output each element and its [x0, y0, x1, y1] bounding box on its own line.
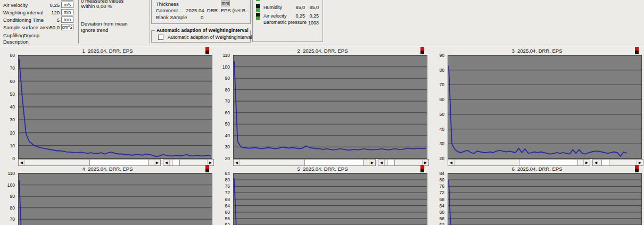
y-axis-tick-label: 80: [1, 205, 15, 211]
settings-panel: Air velocity0,25m/sWeighting interval120…: [0, 0, 644, 46]
field-value[interactable]: 50,0: [42, 24, 60, 30]
y-axis-tick-label: 60: [216, 210, 230, 215]
chart-panel-4: 4 2025.04. DRR. EPS203040506070809010011…: [1, 165, 214, 225]
y-axis-tick-label: 50: [216, 121, 230, 127]
blank-sample-label: Blank Sample: [156, 14, 187, 20]
env-value-actual: 85,0: [303, 5, 319, 10]
y-axis-tick-label: 30: [216, 144, 230, 149]
within-text: Within 0,00 %: [81, 3, 112, 9]
chart-title: 2 2025.04. DRR. EPS: [216, 48, 429, 54]
y-axis-tick-label: 84: [431, 171, 444, 176]
y-axis-tick-label: 80: [431, 177, 444, 182]
chart-title: 6 2025.04. DRR. EPS: [431, 166, 643, 172]
env-label: Air velocity: [263, 13, 287, 19]
status-traffic-light-icon: [420, 165, 424, 172]
indicator-black-icon: [256, 4, 260, 8]
y-axis-tick-label: 40: [1, 104, 15, 110]
y-axis-tick-label: 30: [1, 117, 15, 122]
env-value-actual: 0,25: [303, 13, 319, 19]
y-axis-tick-label: 100: [216, 64, 230, 70]
chart-panel-2: 2 2025.04. DRR. EPS203040506070809010011…: [216, 47, 429, 165]
chart-title: 3 2025.04. DRR. EPS: [431, 48, 643, 54]
auto-adaption-groupbox: Automatic adaption of Weightinginterval …: [151, 30, 251, 43]
unit-field[interactable]: m/s: [61, 2, 73, 8]
green-indicator-icon: [256, 0, 260, 1]
field-label: Weighting interval: [3, 10, 43, 15]
traffic-red-light: [205, 165, 209, 169]
y-axis-tick-label: 70: [216, 98, 230, 104]
field-label: Conditioning Time: [3, 17, 44, 23]
y-axis-tick-label: 50: [1, 91, 15, 97]
deviation-text: Deviation from mean: [81, 21, 128, 27]
traffic-red-light: [420, 165, 424, 169]
unit-field[interactable]: min: [61, 16, 73, 23]
y-axis-tick-label: 40: [431, 127, 444, 132]
chart-panel-5: 5 2025.04. DRR. EPS202428323640444852566…: [216, 165, 429, 225]
y-axis-tick-label: 90: [1, 194, 15, 199]
y-axis-tick-label: 20: [1, 130, 15, 136]
y-axis-tick-label: 60: [431, 97, 444, 102]
field-value[interactable]: 5: [42, 17, 60, 23]
traffic-black-light: [635, 51, 639, 54]
barometric-label: Barometric pressure: [263, 20, 291, 26]
thickness-label: Thickness: [156, 1, 179, 7]
unit-field[interactable]: min: [61, 9, 73, 15]
y-axis-tick-label: 70: [1, 65, 15, 71]
y-axis-tick-label: 90: [216, 76, 230, 81]
plot-area: [18, 173, 212, 225]
plot-area: [233, 173, 427, 225]
chart-panel-6: 6 2025.04. DRR. EPS202428323640444852566…: [431, 165, 643, 225]
blank-sample-value[interactable]: 0: [201, 14, 203, 20]
y-axis-tick-label: 90: [431, 53, 444, 58]
y-axis-tick-label: 64: [216, 203, 230, 209]
y-axis-tick-label: 20: [216, 156, 230, 161]
y-axis-tick-label: 56: [216, 216, 230, 221]
y-axis-tick-label: 80: [1, 53, 15, 58]
field-row-2: Conditioning Time5min: [0, 16, 75, 24]
traffic-black-light: [420, 51, 424, 54]
y-axis-tick-label: 68: [216, 197, 230, 202]
cupfilling-label: Cupfilling: [3, 32, 24, 38]
unit-box-partial[interactable]: [61, 0, 73, 1]
plot-area: [448, 173, 642, 225]
barometric-value: 1008: [303, 20, 319, 26]
description-label: Description: [3, 39, 29, 45]
y-axis-tick-label: 10: [1, 143, 15, 148]
plot-area: [233, 55, 427, 159]
indicator-black-icon: [256, 13, 260, 16]
field-value[interactable]: 120: [42, 10, 60, 15]
auto-adaption-checkbox-label: Automatic adaption of Weightinginterval: [168, 35, 252, 40]
status-traffic-light-icon: [635, 47, 639, 54]
y-axis-tick-label: 110: [216, 53, 230, 58]
drycup-label: Drycup: [23, 32, 39, 38]
status-traffic-light-icon: [420, 47, 424, 54]
chart-title: 5 2025.04. DRR. EPS: [216, 166, 429, 172]
status-traffic-light-icon: [205, 165, 209, 172]
y-axis-tick-label: 72: [431, 190, 444, 195]
status-traffic-light-icon: [635, 165, 639, 172]
unit-field[interactable]: cm^2: [61, 24, 73, 30]
traffic-red-light: [420, 47, 424, 51]
sample-info-box: Thickness mm Comment 2025.04. DRR. EPS (…: [151, 0, 251, 24]
traffic-red-light: [635, 165, 639, 169]
y-axis-tick-label: 64: [431, 203, 444, 209]
y-axis-tick-label: 70: [431, 82, 444, 87]
status-traffic-light-icon: [205, 47, 209, 54]
y-axis-tick-label: 60: [1, 79, 15, 84]
ignore-trend-text: Ignore trend: [81, 27, 108, 33]
y-axis-tick-label: 60: [216, 110, 230, 115]
chart-title: 1 2025.04. DRR. EPS: [1, 48, 214, 54]
field-label: Air velocity: [3, 2, 28, 8]
y-axis-tick-label: 40: [216, 133, 230, 138]
y-axis-tick-label: 56: [431, 216, 444, 221]
chart-panel-3: 3 2025.04. DRR. EPS2030405060708090◀▶◀▶: [431, 47, 643, 165]
traffic-black-light: [635, 169, 639, 172]
field-value[interactable]: 0,25: [42, 2, 60, 8]
y-axis-tick-label: 52: [431, 222, 444, 225]
comment-value[interactable]: 2025.04. DRR. EPS (set B -: [184, 7, 249, 13]
y-axis-tick-label: 80: [216, 87, 230, 93]
divider: [152, 12, 250, 12]
auto-adaption-checkbox[interactable]: [158, 35, 163, 40]
auto-adaption-group-title: Automatic adaption of Weightinginterval: [155, 28, 250, 33]
field-row-3: Sample surface area50,0cm^2: [0, 24, 75, 31]
